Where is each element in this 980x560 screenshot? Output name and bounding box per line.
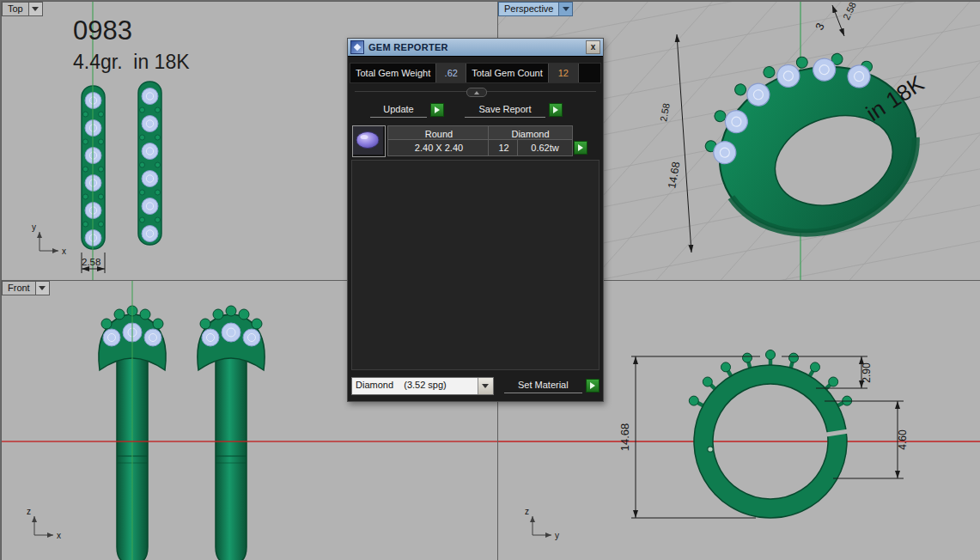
axis-label-z: z bbox=[525, 507, 529, 516]
viewport-menu-button[interactable] bbox=[36, 281, 50, 295]
axis-indicator bbox=[34, 516, 53, 535]
dimension-label: 2.58 bbox=[82, 257, 100, 267]
dialog-titlebar[interactable]: GEM REPORTER x bbox=[348, 39, 603, 56]
chevron-down-icon bbox=[39, 286, 46, 290]
total-gem-weight-value: .62 bbox=[435, 64, 466, 82]
viewport-label-text: Perspective bbox=[498, 2, 559, 16]
gem-thumbnail[interactable] bbox=[352, 125, 386, 157]
dialog-body: Total Gem Weight .62 Total Gem Count 12 … bbox=[348, 56, 603, 401]
dimension-label: 4.60 bbox=[897, 429, 909, 450]
update-go-button[interactable] bbox=[430, 103, 444, 117]
rollup-divider bbox=[355, 91, 596, 92]
viewport-menu-button[interactable] bbox=[559, 2, 573, 16]
gem-size-cell: 2.40 X 2.40 bbox=[387, 139, 490, 156]
dimension-label: 2.58 bbox=[841, 2, 858, 21]
viewport-label-text: Top bbox=[2, 2, 29, 16]
arrow-right-icon bbox=[590, 382, 595, 389]
dimension-label: 14.68 bbox=[618, 423, 631, 452]
arrow-right-icon bbox=[578, 144, 583, 151]
viewport-label-perspective[interactable]: Perspective bbox=[498, 2, 573, 16]
axis-label-x: x bbox=[57, 531, 61, 540]
update-button[interactable]: Update bbox=[370, 102, 427, 118]
gem-carat-cell: 0.62tw bbox=[517, 139, 573, 156]
sku-annotation: 0983 bbox=[73, 15, 132, 46]
pilot-hole bbox=[708, 447, 713, 452]
save-report-go-button[interactable] bbox=[549, 103, 563, 117]
sku-partial-label: 3 bbox=[813, 21, 827, 32]
material-row: Diamond (3.52 spg) Set Material bbox=[351, 377, 600, 394]
cad-workspace: 2.58 y x Top 0983 4.4gr. in 18K bbox=[0, 0, 980, 560]
viewport-label-text: Front bbox=[2, 281, 36, 295]
axis-label-x: x bbox=[62, 247, 66, 256]
close-button[interactable]: x bbox=[586, 40, 600, 54]
set-material-button[interactable]: Set Material bbox=[504, 378, 582, 393]
rollup-handle[interactable] bbox=[466, 88, 487, 97]
action-button-row: Update Save Report bbox=[348, 101, 603, 119]
total-gem-weight-label: Total Gem Weight bbox=[350, 64, 435, 82]
viewport-menu-button[interactable] bbox=[29, 2, 43, 16]
material-select-value: Diamond (3.52 spg) bbox=[352, 378, 478, 394]
viewport-label-top[interactable]: Top bbox=[2, 2, 43, 16]
material-select[interactable]: Diamond (3.52 spg) bbox=[351, 377, 494, 395]
viewport-label-front[interactable]: Front bbox=[2, 281, 50, 295]
gem-row-go-button[interactable] bbox=[574, 141, 587, 155]
chevron-down-icon bbox=[32, 7, 39, 11]
gem-reporter-icon bbox=[350, 40, 364, 54]
total-gem-count-label: Total Gem Count bbox=[466, 64, 548, 82]
axis-label-y: y bbox=[32, 222, 36, 232]
dimension-label: 2.90 bbox=[861, 362, 873, 383]
dimension-label: 14.68 bbox=[666, 161, 682, 189]
arrow-right-icon bbox=[553, 107, 558, 113]
total-gem-count-value: 12 bbox=[548, 64, 579, 82]
dialog-title: GEM REPORTER bbox=[368, 42, 448, 52]
axis-label-z: z bbox=[27, 507, 31, 516]
gem-reporter-dialog[interactable]: GEM REPORTER x Total Gem Weight .62 Tota… bbox=[347, 38, 604, 402]
chevron-down-icon bbox=[482, 384, 489, 388]
gem-thumbnail-image bbox=[353, 126, 383, 155]
dimension-label: 2.58 bbox=[658, 102, 672, 122]
save-report-button[interactable]: Save Report bbox=[465, 102, 545, 118]
weight-annotation: 4.4gr. in 18K bbox=[73, 51, 190, 74]
set-material-go-button[interactable] bbox=[586, 379, 600, 393]
axis-indicator bbox=[533, 516, 551, 535]
axis-label-y: y bbox=[555, 531, 559, 540]
ring-3d bbox=[688, 29, 938, 259]
gem-totals-bar: Total Gem Weight .62 Total Gem Count 12 bbox=[350, 63, 601, 83]
gem-table: Round Diamond 2.40 X 2.40 12 0.62tw bbox=[352, 125, 599, 156]
axis-indicator bbox=[40, 232, 58, 251]
gem-count-cell: 12 bbox=[488, 139, 520, 156]
chevron-down-icon bbox=[563, 7, 569, 11]
material-select-dropdown-button[interactable] bbox=[478, 378, 493, 394]
chevron-up-icon bbox=[474, 91, 479, 94]
gem-list-area[interactable] bbox=[351, 160, 600, 370]
arrow-right-icon bbox=[435, 107, 440, 113]
